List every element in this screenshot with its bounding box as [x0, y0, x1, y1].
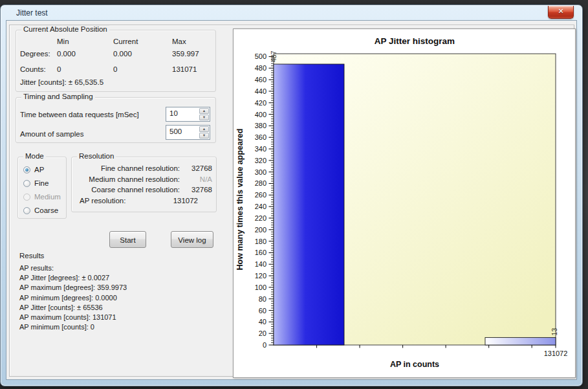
- svg-text:380: 380: [255, 122, 267, 129]
- group-title: Current Absolute Position: [21, 25, 109, 33]
- close-button[interactable]: ✕: [548, 6, 574, 19]
- svg-text:20: 20: [259, 329, 267, 337]
- svg-text:240: 240: [255, 203, 267, 210]
- svg-text:200: 200: [255, 226, 267, 234]
- counts-current: 0: [113, 65, 172, 73]
- results-line: AP results:: [19, 263, 127, 273]
- resolution-value: 32768: [185, 186, 212, 194]
- col-header-max: Max: [172, 38, 199, 45]
- spinbox-value: 10: [169, 109, 178, 117]
- results-title: Results: [19, 252, 44, 260]
- spinner-up-icon: ▲: [202, 128, 206, 131]
- radio-icon: [23, 207, 30, 214]
- radio-icon: [23, 180, 30, 187]
- svg-text:360: 360: [255, 133, 267, 141]
- svg-text:440: 440: [255, 87, 267, 95]
- svg-text:80: 80: [259, 295, 267, 303]
- degrees-min: 0.000: [57, 50, 113, 58]
- group-title: Timing and Sampling: [21, 93, 95, 100]
- svg-text:0: 0: [263, 341, 267, 349]
- svg-text:131072: 131072: [544, 350, 568, 357]
- radio-selected-icon: [23, 166, 30, 173]
- amount-of-samples-input[interactable]: 500 ▲ ▼: [166, 125, 210, 140]
- spinner-down-icon: ▼: [202, 134, 206, 138]
- svg-text:140: 140: [255, 260, 267, 268]
- results-line: AP minimum [degrees]: 0.0000: [19, 293, 127, 303]
- close-icon: ✕: [558, 7, 563, 15]
- resolution-row-fine: Fine channel resolution: 32768: [74, 163, 212, 174]
- svg-text:300: 300: [255, 168, 267, 176]
- svg-text:60: 60: [259, 307, 267, 315]
- jitter-counts-line: Jitter [counts]: ± 65,535.5: [20, 78, 103, 86]
- resolution-row-ap: AP resolution: 131072: [74, 195, 212, 206]
- svg-text:220: 220: [255, 214, 267, 222]
- radio-disabled-icon: [23, 194, 30, 201]
- spinner-down-button[interactable]: ▼: [199, 115, 209, 120]
- counts-max: 131071: [172, 65, 199, 73]
- results-line: AP maximum [counts]: 131071: [19, 313, 127, 322]
- group-title: Mode: [23, 152, 46, 160]
- resolution-row-coarse: Coarse channel resolution: 32768: [74, 184, 212, 195]
- svg-text:400: 400: [255, 111, 267, 118]
- group-current-absolute-position: Current Absolute Position Min Current Ma…: [16, 30, 216, 92]
- spinner-up-button[interactable]: ▲: [199, 126, 209, 132]
- view-log-button[interactable]: View log: [171, 231, 213, 248]
- spinner-up-button[interactable]: ▲: [199, 108, 209, 114]
- svg-text:280: 280: [255, 179, 267, 187]
- time-between-requests-input[interactable]: 10 ▲ ▼: [166, 107, 210, 122]
- radio-coarse[interactable]: Coarse: [23, 206, 58, 214]
- titlebar[interactable]: Jitter test ✕: [1, 5, 582, 20]
- client-area: Current Absolute Position Min Current Ma…: [6, 20, 577, 380]
- svg-text:460: 460: [255, 76, 267, 83]
- svg-text:160: 160: [255, 249, 267, 256]
- radio-label: Medium: [34, 193, 61, 201]
- svg-text:100: 100: [255, 283, 267, 291]
- radio-ap[interactable]: AP: [23, 166, 44, 173]
- spinner-down-icon: ▼: [202, 116, 206, 120]
- time-between-requests-label: Time between data requests [mSec]: [20, 111, 139, 118]
- resolution-row-medium: Medium channel resolution: N/A: [74, 174, 212, 185]
- spinner-up-icon: ▲: [202, 109, 206, 113]
- radio-medium: Medium: [23, 193, 61, 201]
- svg-text:40: 40: [259, 318, 267, 326]
- svg-text:480: 480: [255, 64, 267, 72]
- counts-min: 0: [57, 65, 113, 73]
- results-line: AP Jitter [degrees]: ± 0.0027: [19, 273, 127, 283]
- resolution-value-na: N/A: [185, 175, 212, 183]
- results-line: AP Jitter [counts]: ± 65536: [19, 303, 127, 313]
- spinbox-value: 500: [169, 128, 182, 135]
- svg-text:AP Jitter histogram: AP Jitter histogram: [375, 36, 455, 46]
- results-line: AP maximum [degrees]: 359.9973: [19, 283, 127, 293]
- svg-text:500: 500: [255, 52, 267, 60]
- start-button[interactable]: Start: [109, 231, 146, 248]
- svg-text:AP in counts: AP in counts: [390, 360, 439, 369]
- resolution-value: 32768: [185, 164, 212, 172]
- col-header-min: Min: [57, 38, 113, 45]
- svg-text:487: 487: [270, 50, 278, 62]
- svg-text:13: 13: [550, 328, 558, 336]
- group-title: Resolution: [77, 152, 116, 160]
- content-panel: Current Absolute Position Min Current Ma…: [9, 25, 574, 377]
- histogram-svg: 0204060801001201401601802002202402602803…: [234, 29, 575, 377]
- svg-text:340: 340: [255, 145, 267, 153]
- svg-text:420: 420: [255, 99, 267, 107]
- col-header-current: Current: [113, 38, 172, 45]
- position-table: Min Current Max Degrees: 0.000 0.000 359…: [20, 38, 199, 81]
- group-timing-and-sampling: Timing and Sampling Time between data re…: [16, 97, 216, 143]
- degrees-current: 0.000: [113, 50, 172, 58]
- radio-label: AP: [34, 166, 44, 173]
- jitter-test-window: Jitter test ✕ Current Absolute Position …: [0, 5, 583, 386]
- results-line: AP minimum [counts]: 0: [19, 322, 127, 332]
- radio-label: Coarse: [34, 206, 58, 214]
- window-title: Jitter test: [16, 8, 48, 17]
- group-mode: Mode AP Fine Medium Coarse: [17, 157, 67, 219]
- radio-fine[interactable]: Fine: [23, 179, 49, 187]
- ap-jitter-histogram-chart: 0204060801001201401601802002202402602803…: [233, 28, 576, 378]
- spinner-down-button[interactable]: ▼: [199, 133, 209, 139]
- svg-text:How many times this value appe: How many times this value appeared: [235, 129, 245, 271]
- row-label-degrees: Degrees:: [20, 50, 57, 58]
- amount-of-samples-label: Amount of samples: [20, 130, 83, 138]
- resolution-value: 131072: [156, 197, 212, 205]
- svg-text:120: 120: [255, 272, 267, 280]
- group-resolution: Resolution Fine channel resolution: 3276…: [71, 157, 217, 212]
